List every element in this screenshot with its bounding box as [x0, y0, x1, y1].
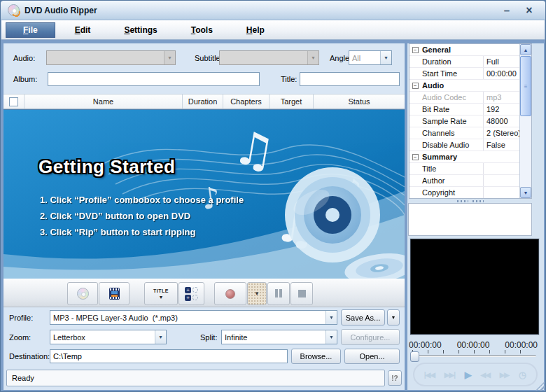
dropdown-arrow-icon: ▼	[155, 330, 166, 344]
film-strip-icon	[109, 288, 120, 300]
open-files-button[interactable]	[99, 282, 130, 305]
title-mode-button[interactable]: TITLE ▼	[144, 282, 178, 305]
description-panel	[408, 203, 532, 236]
dropdown-arrow-icon: ▼	[326, 311, 337, 324]
time-display: 00:00:00 00:00:00 00:00:00	[409, 340, 538, 350]
audio-label: Audio:	[13, 54, 35, 62]
help-tip-button[interactable]: !?	[388, 370, 402, 386]
audio-combobox[interactable]: ▼	[46, 50, 176, 65]
fast-forward-button[interactable]: ▶▶	[500, 371, 509, 379]
play-button[interactable]: ▶	[465, 370, 471, 380]
save-as-dropdown-button[interactable]: ▼	[387, 309, 400, 326]
property-group-summary[interactable]: − Summary	[410, 151, 531, 163]
getting-started-step-2: 2. Click “DVD” button to open DVD	[40, 211, 190, 221]
time-total: 00:00:00	[505, 340, 538, 350]
property-grid-scrollbar[interactable]: ▲ ≡ ▼	[519, 44, 531, 198]
property-grid: − General Duration Full Start Time 00:00…	[409, 43, 532, 199]
title-label: Title:	[281, 75, 297, 83]
close-button[interactable]: ×	[520, 4, 538, 17]
property-row-bit-rate[interactable]: Bit Rate 192	[410, 104, 531, 115]
property-row-start-time[interactable]: Start Time 00:00:00	[410, 68, 531, 80]
previous-title-button[interactable]: |◀◀	[424, 371, 435, 379]
property-group-audio[interactable]: − Audio	[410, 80, 531, 92]
open-dvd-button[interactable]	[67, 282, 98, 305]
menu-help[interactable]: Help	[232, 22, 279, 38]
column-target[interactable]: Target	[270, 94, 314, 108]
destination-input[interactable]	[50, 349, 288, 363]
menu-bar: File Edit Settings Tools Help	[1, 20, 545, 40]
dropdown-arrow-icon: ▼	[164, 51, 175, 64]
property-row-duration[interactable]: Duration Full	[410, 56, 531, 68]
menu-file[interactable]: File	[6, 22, 55, 38]
column-name[interactable]: Name	[24, 94, 183, 108]
open-button[interactable]: Open...	[344, 349, 400, 364]
angle-combobox[interactable]: All ▼	[349, 50, 392, 65]
time-elapsed: 00:00:00	[409, 340, 442, 350]
rewind-button[interactable]: ◀◀	[481, 371, 490, 379]
pause-button[interactable]	[267, 282, 290, 305]
dropdown-arrow-icon: ▼	[380, 51, 391, 64]
getting-started-step-3: 3. Click “Rip” button to start ripping	[40, 227, 195, 237]
destination-label: Destination:	[9, 352, 50, 360]
profile-label: Profile:	[9, 314, 33, 322]
clock-icon[interactable]: ◷	[519, 370, 526, 380]
rip-options-dropdown[interactable]: ▼	[247, 282, 267, 305]
main-panel: Audio: ▼ Subtitle: ▼ Angle: All ▼ Album:…	[4, 43, 405, 390]
collapse-icon[interactable]: −	[412, 154, 419, 160]
zoom-combobox[interactable]: Letterbox ▼	[50, 330, 167, 344]
minimize-button[interactable]: –	[498, 4, 516, 16]
menu-tools[interactable]: Tools	[177, 22, 227, 38]
side-panel: − General Duration Full Start Time 00:00…	[407, 43, 544, 390]
menu-settings[interactable]: Settings	[110, 22, 171, 38]
chapters-button[interactable]: + +	[178, 282, 204, 305]
scroll-down-icon[interactable]: ▼	[520, 187, 531, 198]
property-row-title[interactable]: Title	[410, 163, 531, 175]
configure-button[interactable]: Configure...	[341, 329, 400, 345]
album-input[interactable]	[48, 72, 260, 86]
slider-track[interactable]	[410, 355, 536, 357]
column-chapters[interactable]: Chapters	[223, 94, 270, 108]
toolbar: TITLE ▼ + + ▼	[4, 279, 405, 307]
collapse-icon[interactable]: −	[412, 47, 419, 53]
app-window: DVD Audio Ripper – × File Edit Settings …	[0, 0, 546, 392]
title-input[interactable]	[300, 72, 400, 86]
slider-thumb[interactable]	[410, 351, 419, 362]
album-label: Album:	[13, 75, 37, 83]
chapters-icon: + +	[185, 287, 198, 301]
property-row-sample-rate[interactable]: Sample Rate 48000	[410, 115, 531, 127]
getting-started-panel: ♫ ♪ ♫ ♪	[4, 109, 405, 279]
rip-button[interactable]	[214, 282, 246, 305]
record-icon	[225, 289, 235, 299]
dvd-disc-icon	[77, 288, 89, 300]
browse-button[interactable]: Browse...	[291, 349, 341, 364]
save-as-button[interactable]: Save As...	[341, 309, 385, 326]
property-row-author[interactable]: Author	[410, 175, 531, 187]
scroll-up-icon[interactable]: ▲	[520, 44, 531, 55]
slider-ticks	[412, 350, 536, 354]
menu-edit[interactable]: Edit	[61, 22, 105, 38]
property-row-copyright[interactable]: Copyright	[410, 187, 531, 199]
collapse-icon[interactable]: −	[412, 83, 419, 89]
property-row-disable-audio[interactable]: Disable Audio False	[410, 139, 531, 151]
next-title-button[interactable]: ▶▶|	[444, 371, 455, 379]
property-row-audio-codec[interactable]: Audio Codec mp3	[410, 92, 531, 104]
video-preview	[410, 238, 540, 335]
split-combobox[interactable]: Infinite ▼	[221, 330, 337, 344]
scrollbar-thumb[interactable]: ≡	[520, 56, 531, 116]
stop-button[interactable]	[290, 282, 313, 305]
select-all-checkbox[interactable]	[9, 97, 18, 106]
property-row-channels[interactable]: Channels 2 (Stereo)	[410, 127, 531, 139]
seek-slider[interactable]	[409, 350, 538, 363]
title-bar: DVD Audio Ripper – ×	[1, 1, 545, 20]
subtitle-label: Subtitle:	[195, 54, 223, 62]
property-group-general[interactable]: − General	[410, 44, 531, 56]
dropdown-arrow-icon: ▼	[307, 51, 318, 64]
window-title: DVD Audio Ripper	[24, 6, 97, 15]
subtitle-combobox[interactable]: ▼	[219, 50, 319, 65]
time-current: 00:00:00	[457, 340, 490, 350]
column-duration[interactable]: Duration	[183, 94, 223, 108]
profile-combobox[interactable]: MP3 - MPEG Layer-3 Audio (*.mp3) ▼	[50, 310, 337, 325]
zoom-label: Zoom:	[9, 333, 31, 342]
column-status[interactable]: Status	[314, 94, 405, 108]
getting-started-title: Getting Started	[38, 156, 175, 178]
